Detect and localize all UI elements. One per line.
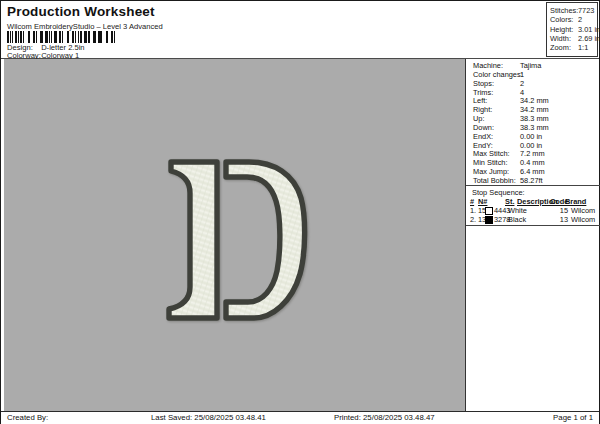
- machine-value: 58.27ft: [520, 176, 543, 185]
- design-canvas: [4, 59, 465, 411]
- barcode-icon: [7, 31, 117, 43]
- letter-d-artwork: [4, 59, 465, 411]
- machine-row: Down:38.3 mm: [466, 123, 600, 132]
- stat-value: 7723: [578, 6, 594, 15]
- machine-value: 34.2 mm: [520, 96, 549, 105]
- stat-colors: Colors: 2: [550, 15, 597, 24]
- machine-value: 0.00 in: [520, 141, 542, 150]
- machine-label: EndY:: [473, 141, 493, 150]
- thread-code: 13: [544, 215, 568, 224]
- thread-brand: Wilcom: [571, 215, 595, 224]
- machine-value: 34.2 mm: [520, 105, 549, 114]
- machine-row: Max Stitch:7.2 mm: [466, 149, 600, 158]
- machine-label: Down:: [473, 123, 494, 132]
- col-n-num: N#: [478, 197, 487, 206]
- thread-swatch: [485, 216, 493, 224]
- machine-label: Machine:: [473, 61, 503, 70]
- stat-label: Zoom:: [550, 43, 571, 52]
- stop-sequence-header: # N# St. Description Code Brand: [466, 197, 600, 206]
- machine-value: 38.3 mm: [520, 114, 549, 123]
- machine-value: 7.2 mm: [520, 149, 545, 158]
- col-num: #: [470, 197, 474, 206]
- stop-sequence-title: Stop Sequence:: [472, 188, 525, 197]
- header: Production Worksheet Wilcom EmbroiderySt…: [1, 1, 599, 59]
- last-saved-label: Last Saved: 25/08/2025 03.48.41: [151, 413, 266, 422]
- stat-label: Stitches:: [550, 6, 578, 15]
- panel-divider: [466, 185, 600, 186]
- machine-label: Trims:: [473, 88, 493, 97]
- machine-row: Up:38.3 mm: [466, 114, 600, 123]
- machine-label: Total Bobbin:: [473, 176, 516, 185]
- letter-d-stem: [169, 162, 217, 318]
- machine-row: Trims:4: [466, 88, 600, 97]
- machine-label: Max Jump:: [473, 167, 509, 176]
- machine-value: 2: [520, 79, 524, 88]
- stat-zoom: Zoom: 1:1: [550, 43, 597, 52]
- stat-value: 2.69 in: [578, 34, 600, 43]
- machine-label: Right:: [473, 105, 492, 114]
- thread-num: 1.: [470, 206, 476, 215]
- machine-value: 0.00 in: [520, 132, 542, 141]
- thread-description: White: [508, 206, 527, 215]
- thread-num: 2.: [470, 215, 476, 224]
- machine-row: EndY:0.00 in: [466, 141, 600, 150]
- thread-description: Black: [508, 215, 526, 224]
- stat-label: Width:: [550, 34, 571, 43]
- machine-value: 4: [520, 88, 524, 97]
- machine-row: Color changes:1: [466, 70, 600, 79]
- machine-value: 38.3 mm: [520, 123, 549, 132]
- machine-label: EndX:: [473, 132, 493, 141]
- machine-row: Max Jump:6.4 mm: [466, 167, 600, 176]
- machine-value: Tajima: [520, 61, 541, 70]
- machine-value: 6.4 mm: [520, 167, 545, 176]
- machine-row: Machine:Tajima: [466, 61, 600, 70]
- machine-label: Max Stitch:: [473, 149, 510, 158]
- col-st: St.: [505, 197, 514, 206]
- stat-value: 1:1: [578, 43, 588, 52]
- machine-label: Color changes:: [473, 70, 523, 79]
- machine-row: Left:34.2 mm: [466, 96, 600, 105]
- machine-row: EndX:0.00 in: [466, 132, 600, 141]
- machine-row: Total Bobbin:58.27ft: [466, 176, 600, 185]
- design-stats-box: Stitches: 7723 Colors: 2 Height: 3.01 in…: [546, 2, 598, 57]
- machine-label: Up:: [473, 114, 485, 123]
- info-panel: Machine:Tajima Color changes:1 Stops:2 T…: [465, 59, 599, 411]
- stat-stitches: Stitches: 7723: [550, 6, 597, 15]
- stat-value: 3.01 in: [578, 25, 600, 34]
- machine-value: 0.4 mm: [520, 158, 545, 167]
- machine-row: Min Stitch:0.4 mm: [466, 158, 600, 167]
- letter-d-bowl: [226, 162, 305, 318]
- stat-value: 2: [578, 15, 582, 24]
- stat-label: Height:: [550, 25, 573, 34]
- page-title: Production Worksheet: [7, 4, 155, 19]
- stat-label: Colors:: [550, 15, 573, 24]
- machine-info-list: Machine:Tajima Color changes:1 Stops:2 T…: [466, 61, 600, 185]
- stat-height: Height: 3.01 in: [550, 25, 597, 34]
- footer: Created By: Last Saved: 25/08/2025 03.48…: [1, 411, 599, 424]
- thread-row: 1. 15 4443 White 15 Wilcom: [466, 206, 600, 215]
- app-subtitle: Wilcom EmbroideryStudio – Level 3 Advanc…: [7, 22, 163, 31]
- printed-label: Printed: 25/08/2025 03.48.47: [334, 413, 435, 422]
- thread-row: 2. 13 3278 Black 13 Wilcom: [466, 215, 600, 224]
- production-worksheet-page: Production Worksheet Wilcom EmbroiderySt…: [0, 0, 600, 424]
- machine-row: Right:34.2 mm: [466, 105, 600, 114]
- machine-value: 1: [520, 70, 524, 79]
- thread-code: 15: [544, 206, 568, 215]
- machine-row: Stops:2: [466, 79, 600, 88]
- thread-brand: Wilcom: [571, 206, 595, 215]
- col-brand: Brand: [565, 197, 586, 206]
- machine-label: Left:: [473, 96, 487, 105]
- page-number: Page 1 of 1: [553, 413, 593, 422]
- table-bottom-line: [466, 225, 600, 226]
- machine-label: Min Stitch:: [473, 158, 508, 167]
- machine-label: Stops:: [473, 79, 494, 88]
- stat-width: Width: 2.69 in: [550, 34, 597, 43]
- created-by-label: Created By:: [7, 413, 48, 422]
- thread-swatch: [485, 207, 493, 215]
